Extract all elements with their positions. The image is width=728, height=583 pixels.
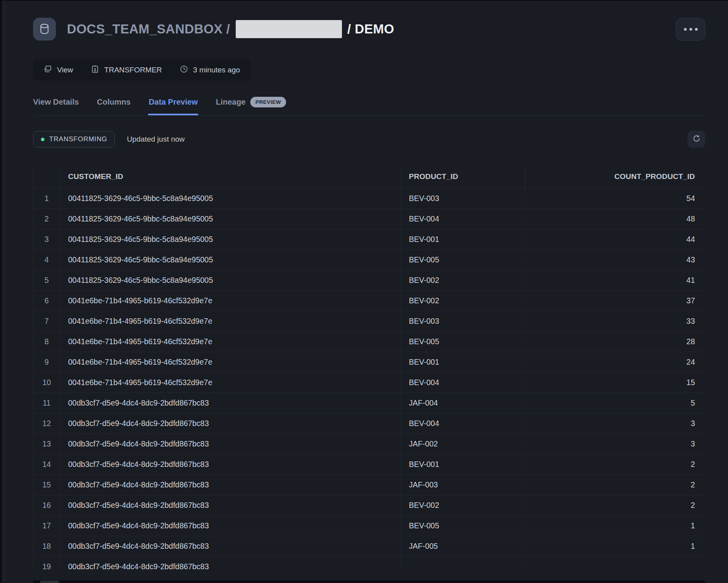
customer-id-cell: 00db3cf7-d5e9-4dc4-8dc9-2bdfd867bc83 <box>60 393 401 413</box>
meta-badge-bar: View TRANSFORMER 3 minutes ago <box>33 59 250 81</box>
page-header: DOCS_TEAM_SANDBOX / / DEMO <box>33 18 705 41</box>
row-index-cell: 12 <box>33 413 60 434</box>
customer-id-cell: 00db3cf7-d5e9-4dc4-8dc9-2bdfd867bc83 <box>60 413 401 434</box>
customer-id-cell: 00db3cf7-d5e9-4dc4-8dc9-2bdfd867bc83 <box>60 556 401 569</box>
table-row: 1200db3cf7-d5e9-4dc4-8dc9-2bdfd867bc83BE… <box>33 413 706 434</box>
customer-id-cell: 00411825-3629-46c5-9bbc-5c8a94e95005 <box>60 188 401 208</box>
window-top-edge <box>0 0 728 1</box>
product-id-cell: BEV-005 <box>401 331 525 352</box>
table-row: 1500db3cf7-d5e9-4dc4-8dc9-2bdfd867bc83JA… <box>33 474 706 495</box>
table-row: 90041e6be-71b4-4965-b619-46cf532d9e7eBEV… <box>33 352 706 372</box>
table-row: 1300db3cf7-d5e9-4dc4-8dc9-2bdfd867bc83JA… <box>33 434 706 454</box>
product-id-cell: BEV-001 <box>401 229 525 249</box>
row-index-cell: 9 <box>33 352 60 372</box>
row-index-cell: 15 <box>33 474 60 495</box>
table-row: 500411825-3629-46c5-9bbc-5c8a94e95005BEV… <box>33 270 706 290</box>
customer-id-cell: 0041e6be-71b4-4965-b619-46cf532d9e7e <box>60 311 401 331</box>
tab-columns[interactable]: Columns <box>97 98 131 114</box>
panel-divider <box>4 0 5 583</box>
product-id-cell: BEV-002 <box>401 270 525 290</box>
row-index-cell: 16 <box>33 495 60 515</box>
row-index-cell: 8 <box>33 331 60 352</box>
count-cell: 2 <box>525 495 706 515</box>
table-row: 200411825-3629-46c5-9bbc-5c8a94e95005BEV… <box>33 208 706 229</box>
node-type-label: TRANSFORMER <box>104 66 162 74</box>
table-row: 400411825-3629-46c5-9bbc-5c8a94e95005BEV… <box>33 249 706 270</box>
tab-lineage[interactable]: Lineage PREVIEW <box>216 97 286 115</box>
customer-id-cell: 00411825-3629-46c5-9bbc-5c8a94e95005 <box>60 249 401 270</box>
row-index-cell: 5 <box>33 270 60 290</box>
row-index-cell: 4 <box>33 249 60 270</box>
tab-view-details[interactable]: View Details <box>33 98 79 114</box>
ellipsis-icon <box>684 28 687 31</box>
tab-bar: View Details Columns Data Preview Lineag… <box>33 97 705 116</box>
transforming-status-badge: TRANSFORMING <box>33 131 115 148</box>
data-preview-table-container: CUSTOMER_ID PRODUCT_ID COUNT_PRODUCT_ID … <box>33 166 705 569</box>
table-row: 300411825-3629-46c5-9bbc-5c8a94e95005BEV… <box>33 229 706 249</box>
table-row: 1900db3cf7-d5e9-4dc4-8dc9-2bdfd867bc83 <box>33 556 706 569</box>
row-index-cell: 11 <box>33 393 60 413</box>
id-badge-icon <box>91 65 100 76</box>
customer-id-cell: 00411825-3629-46c5-9bbc-5c8a94e95005 <box>60 208 401 229</box>
status-label: TRANSFORMING <box>49 135 107 143</box>
count-cell: 33 <box>525 311 706 331</box>
more-options-button[interactable] <box>676 18 705 41</box>
product-id-cell: BEV-002 <box>401 290 525 311</box>
row-index-cell: 17 <box>33 515 60 536</box>
main-content: DOCS_TEAM_SANDBOX / / DEMO View <box>33 0 705 583</box>
database-icon <box>33 18 56 41</box>
count-cell: 15 <box>525 372 706 393</box>
table-row: 1400db3cf7-d5e9-4dc4-8dc9-2bdfd867bc83BE… <box>33 454 706 474</box>
table-row: 1600db3cf7-d5e9-4dc4-8dc9-2bdfd867bc83BE… <box>33 495 706 515</box>
title-prefix: DOCS_TEAM_SANDBOX / <box>67 22 230 37</box>
product-id-header: PRODUCT_ID <box>401 166 525 188</box>
count-cell: 3 <box>525 434 706 454</box>
refresh-button[interactable] <box>687 131 705 148</box>
last-updated-label: 3 minutes ago <box>193 66 240 74</box>
scrollbar-thumb[interactable] <box>40 581 59 583</box>
product-id-cell: JAF-002 <box>401 434 525 454</box>
table-row: 1800db3cf7-d5e9-4dc4-8dc9-2bdfd867bc83JA… <box>33 536 706 556</box>
customer-id-cell: 00db3cf7-d5e9-4dc4-8dc9-2bdfd867bc83 <box>60 515 401 536</box>
table-row: 100411825-3629-46c5-9bbc-5c8a94e95005BEV… <box>33 188 706 208</box>
customer-id-cell: 00411825-3629-46c5-9bbc-5c8a94e95005 <box>60 270 401 290</box>
count-cell: 2 <box>525 454 706 474</box>
row-index-cell: 2 <box>33 208 60 229</box>
count-cell: 2 <box>525 474 706 495</box>
customer-id-cell: 00db3cf7-d5e9-4dc4-8dc9-2bdfd867bc83 <box>60 454 401 474</box>
preview-feature-pill: PREVIEW <box>250 97 286 107</box>
customer-id-cell: 00db3cf7-d5e9-4dc4-8dc9-2bdfd867bc83 <box>60 536 401 556</box>
product-id-cell: JAF-003 <box>401 474 525 495</box>
count-cell <box>525 556 706 569</box>
customer-id-cell: 00411825-3629-46c5-9bbc-5c8a94e95005 <box>60 229 401 249</box>
table-row: 80041e6be-71b4-4965-b619-46cf532d9e7eBEV… <box>33 331 706 352</box>
customer-id-cell: 00db3cf7-d5e9-4dc4-8dc9-2bdfd867bc83 <box>60 474 401 495</box>
count-cell: 41 <box>525 270 706 290</box>
table-row: 100041e6be-71b4-4965-b619-46cf532d9e7eBE… <box>33 372 706 393</box>
count-cell: 24 <box>525 352 706 372</box>
count-cell: 28 <box>525 331 706 352</box>
table-header-row: CUSTOMER_ID PRODUCT_ID COUNT_PRODUCT_ID <box>33 166 706 188</box>
customer-id-cell: 00db3cf7-d5e9-4dc4-8dc9-2bdfd867bc83 <box>60 495 401 515</box>
product-id-cell: BEV-001 <box>401 454 525 474</box>
count-cell: 1 <box>525 536 706 556</box>
row-index-cell: 18 <box>33 536 60 556</box>
customer-id-cell: 0041e6be-71b4-4965-b619-46cf532d9e7e <box>60 372 401 393</box>
entity-type-label: View <box>57 66 73 74</box>
product-id-cell <box>401 556 525 569</box>
row-index-cell: 7 <box>33 311 60 331</box>
row-index-header <box>33 166 60 188</box>
last-updated-badge: 3 minutes ago <box>179 65 240 76</box>
table-row: 1100db3cf7-d5e9-4dc4-8dc9-2bdfd867bc83JA… <box>33 393 706 413</box>
count-product-id-header: COUNT_PRODUCT_ID <box>525 166 706 188</box>
tab-data-preview[interactable]: Data Preview <box>149 98 198 114</box>
customer-id-cell: 0041e6be-71b4-4965-b619-46cf532d9e7e <box>60 290 401 311</box>
count-cell: 44 <box>525 229 706 249</box>
table-row: 70041e6be-71b4-4965-b619-46cf532d9e7eBEV… <box>33 311 706 331</box>
entity-type-badge: View <box>43 65 73 76</box>
status-bar: TRANSFORMING Updated just now <box>33 131 705 148</box>
page-title: DOCS_TEAM_SANDBOX / / DEMO <box>67 20 394 38</box>
count-cell: 37 <box>525 290 706 311</box>
horizontal-scrollbar[interactable] <box>33 580 705 583</box>
table-row: 1700db3cf7-d5e9-4dc4-8dc9-2bdfd867bc83BE… <box>33 515 706 536</box>
